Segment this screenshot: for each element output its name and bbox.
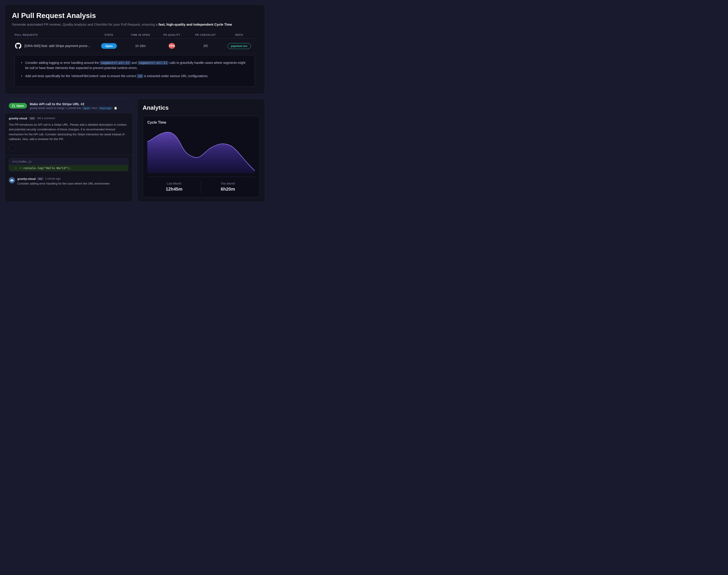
bot2-badge: bot	[37, 177, 44, 180]
code-ref-1: segments?.at(-2)	[100, 61, 131, 65]
pr-detail-title-row: Make API call to the Stripe URL #2	[30, 102, 117, 106]
pr-detail-header: Open Make API call to the Stripe URL #2 …	[5, 99, 132, 113]
chart-container: Cycle Time Last Mont	[143, 116, 259, 197]
subtitle: Generate automated PR reviews, Quality A…	[12, 22, 258, 27]
bottom-comment: gravity-cloud bot 1 minute ago Consider …	[5, 174, 132, 189]
table-header: PULL REQUESTS STATE TIME IN OPEN PR QUAL…	[12, 33, 258, 39]
github-icon	[14, 42, 22, 49]
comment-action: left a comment	[37, 117, 55, 120]
analytics-title: Analytics	[143, 104, 259, 111]
bot2-comment-text: Consider adding error handling for the c…	[17, 181, 110, 186]
col-pr-checklist: PR CHECKLIST	[188, 33, 223, 36]
bot2-name: gravity-cloud	[17, 177, 36, 180]
pr-state-cell: Open	[93, 44, 125, 48]
code-line: 1 + console.log("Hello World");	[9, 165, 128, 171]
col-time-in-open: TIME IN OPEN	[125, 33, 156, 36]
analytics-panel: Analytics Cycle Time	[137, 99, 265, 202]
state-badge: Open	[101, 43, 117, 49]
bot-avatar	[9, 177, 15, 183]
git-pull-request-icon	[12, 104, 15, 107]
this-month-value: 6h20m	[203, 187, 253, 192]
ai-comment-box: Consider adding logging or error handlin…	[14, 55, 255, 87]
branch-feat: feat/api	[98, 106, 113, 110]
pr-title-cell: [GRA-500] feat: add Stripe payment proce…	[14, 42, 93, 49]
chart-stats: Last Month 12h45m This Month 6h20m	[147, 177, 255, 194]
chart-title: Cycle Time	[147, 121, 255, 125]
col-pr-quality: PR QUALITY	[156, 33, 188, 36]
pr-open-badge: Open	[9, 103, 27, 109]
pr-number-val: #2	[81, 102, 84, 106]
page-title: AI Pull Request Analysis	[12, 11, 258, 20]
ai-comments-list: Consider adding logging or error handlin…	[21, 60, 248, 79]
bottom-comment-content: gravity-cloud bot 1 minute ago Consider …	[17, 177, 110, 186]
bot-badge: bot	[29, 117, 36, 120]
ai-comment-2: Add unit tests specifically for the 'ret…	[21, 73, 248, 79]
this-month-stat: This Month 6h20m	[201, 180, 255, 194]
commenter-row: gravity-cloud bot left a comment	[9, 117, 128, 120]
ai-comment-1: Consider adding logging or error handlin…	[21, 60, 248, 71]
cycle-time-chart	[147, 128, 255, 173]
emoji-icon: ☺	[11, 146, 14, 149]
repo-cell: payment-svc	[223, 44, 255, 48]
commenter-name: gravity-cloud	[9, 117, 27, 120]
checklist-value: 3/5	[188, 44, 223, 48]
bottom-comment-meta: gravity-cloud bot 1 minute ago	[17, 177, 110, 180]
line-content: + console.log("Hello World");	[20, 166, 71, 170]
pr-title-text[interactable]: [GRA-500] feat: add Stripe payment proce…	[25, 44, 90, 48]
this-month-label: This Month	[203, 182, 253, 185]
last-month-value: 12h45m	[149, 187, 199, 192]
chart-svg	[147, 128, 255, 173]
comment-body: The PR introduces an API call to a Strip…	[9, 122, 128, 142]
pr-title-group: Make API call to the Stripe URL #2 gravi…	[30, 102, 117, 110]
time-in-open-value: 1h 16m	[125, 44, 156, 48]
bot2-time: 1 minute ago	[45, 177, 61, 180]
col-pull-requests: PULL REQUESTS	[14, 33, 93, 36]
pr-row[interactable]: [GRA-500] feat: add Stripe payment proce…	[12, 39, 258, 53]
cloud-icon	[10, 178, 14, 182]
pr-detail-subtitle: gravity-tester wants to merge 1 commit i…	[30, 106, 117, 110]
emoji-reaction-button[interactable]: ☺	[9, 144, 16, 151]
col-state: STATE	[93, 33, 125, 36]
repo-badge: payment-svc	[227, 43, 251, 49]
pr-detail-panel: Open Make API call to the Stripe URL #2 …	[4, 99, 133, 202]
code-block: src/index.js 1 + console.log("Hello Worl…	[9, 158, 128, 171]
pr-quality-cell: 70%	[156, 44, 188, 48]
code-filename: src/index.js	[9, 158, 128, 165]
quality-badge: 70%	[169, 43, 175, 49]
last-month-label: Last Month	[149, 182, 199, 185]
branch-main: main	[82, 106, 91, 110]
comment-section: gravity-cloud bot left a comment The PR …	[5, 113, 132, 155]
bottom-row: Open Make API call to the Stripe URL #2 …	[4, 99, 265, 202]
code-ref-2: segments?.at(-1)	[138, 61, 169, 65]
col-repo: REPO	[223, 33, 255, 36]
line-number: 1	[12, 166, 16, 170]
top-panel: AI Pull Request Analysis Generate automa…	[4, 4, 265, 94]
last-month-stat: Last Month 12h45m	[147, 180, 201, 194]
code-ref-id: id	[137, 74, 143, 78]
